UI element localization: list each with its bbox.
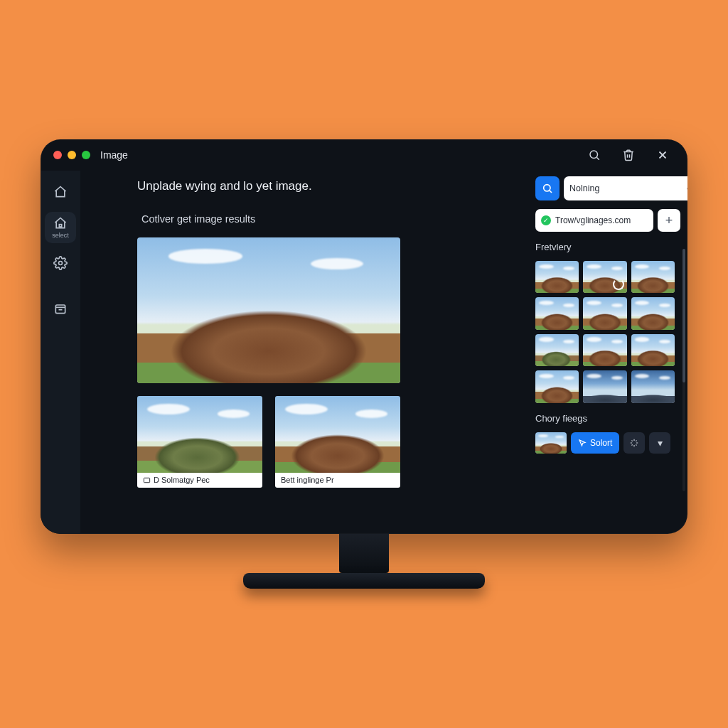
gallery-section-label: Fretvlery bbox=[535, 242, 680, 252]
gallery-tile[interactable] bbox=[631, 370, 675, 402]
result-caption: D Solmatgy Pec bbox=[137, 473, 262, 488]
window-title: Image bbox=[100, 149, 128, 161]
svg-point-5 bbox=[59, 262, 63, 265]
gallery-tile[interactable] bbox=[535, 297, 579, 329]
url-chip[interactable]: ✓ Trow/vglinages.com bbox=[535, 209, 653, 232]
gallery-tile[interactable] bbox=[631, 334, 675, 366]
search-icon bbox=[588, 149, 601, 161]
gallery-tile[interactable] bbox=[631, 261, 675, 293]
url-text: Trow/vglinages.com bbox=[555, 215, 631, 225]
gallery-tile[interactable] bbox=[631, 297, 675, 329]
svg-rect-6 bbox=[55, 305, 65, 314]
select-button[interactable]: Solort bbox=[571, 432, 619, 454]
loading-icon bbox=[613, 279, 624, 290]
home-icon bbox=[53, 185, 68, 199]
svg-line-11 bbox=[550, 191, 552, 193]
panel-search-button[interactable] bbox=[535, 176, 560, 200]
landscape-image bbox=[137, 237, 400, 383]
mic-icon[interactable] bbox=[685, 183, 687, 193]
sidebar: select bbox=[41, 171, 80, 534]
more-button[interactable]: ▾ bbox=[649, 432, 670, 454]
chevron-down-icon: ▾ bbox=[658, 437, 663, 449]
gallery-tile[interactable] bbox=[535, 370, 579, 402]
svg-line-1 bbox=[596, 157, 599, 159]
sparkle-icon bbox=[629, 438, 639, 448]
main-content: Unplade wying and lo yet image. Cotlver … bbox=[80, 171, 530, 534]
sidebar-item-select[interactable]: select bbox=[45, 212, 76, 243]
close-icon bbox=[656, 149, 669, 161]
sidebar-item-label: select bbox=[52, 232, 69, 239]
search-field[interactable] bbox=[564, 176, 687, 200]
add-source-button[interactable]: + bbox=[658, 209, 680, 232]
plus-icon: + bbox=[665, 213, 673, 228]
selection-thumbnail[interactable] bbox=[535, 432, 567, 454]
gallery-grid bbox=[535, 261, 680, 403]
svg-rect-4 bbox=[59, 225, 61, 227]
zoom-dot-icon[interactable] bbox=[82, 151, 90, 159]
svg-point-10 bbox=[544, 185, 550, 191]
house-lock-icon bbox=[53, 216, 68, 230]
search-icon bbox=[542, 183, 553, 194]
refresh-button[interactable] bbox=[623, 432, 645, 454]
scrollbar-thumb[interactable] bbox=[682, 249, 685, 382]
search-input[interactable] bbox=[569, 183, 681, 193]
gear-icon bbox=[53, 256, 68, 270]
window-traffic-lights[interactable] bbox=[53, 151, 90, 159]
titlebar-close-button[interactable] bbox=[651, 143, 675, 167]
svg-rect-9 bbox=[144, 478, 149, 482]
panel-scrollbar[interactable] bbox=[682, 249, 685, 491]
hero-image[interactable] bbox=[137, 237, 400, 383]
actions-section-label: Chory fieegs bbox=[535, 413, 680, 424]
page-subheading: Cotlver get image results bbox=[141, 213, 508, 225]
close-dot-icon[interactable] bbox=[53, 151, 62, 159]
minimize-dot-icon[interactable] bbox=[68, 151, 76, 159]
landscape-image bbox=[137, 396, 262, 473]
gallery-tile[interactable] bbox=[583, 261, 626, 293]
sidebar-item-settings[interactable] bbox=[45, 247, 76, 279]
gallery-tile[interactable] bbox=[583, 334, 626, 366]
gallery-tile[interactable] bbox=[535, 334, 579, 366]
result-card[interactable]: D Solmatgy Pec bbox=[137, 396, 262, 488]
page-heading: Unplade wying and lo yet image. bbox=[137, 179, 508, 193]
landscape-image bbox=[275, 396, 400, 473]
titlebar-trash-button[interactable] bbox=[616, 143, 641, 167]
gallery-tile[interactable] bbox=[583, 297, 626, 329]
titlebar-search-button[interactable] bbox=[582, 143, 606, 167]
result-row: D Solmatgy Pec Bett inglinge Pr bbox=[137, 396, 508, 488]
archive-icon bbox=[53, 301, 68, 316]
verified-icon: ✓ bbox=[541, 215, 551, 225]
gallery-tile[interactable] bbox=[583, 370, 626, 402]
side-panel: ✓ Trow/vglinages.com + Fretvlery bbox=[530, 171, 687, 534]
tag-icon bbox=[143, 476, 151, 484]
sidebar-item-home[interactable] bbox=[45, 176, 76, 208]
gallery-tile[interactable] bbox=[535, 261, 579, 293]
result-card[interactable]: Bett inglinge Pr bbox=[275, 396, 400, 488]
svg-point-0 bbox=[590, 151, 598, 159]
trash-icon bbox=[622, 149, 635, 161]
result-caption: Bett inglinge Pr bbox=[275, 473, 400, 488]
sidebar-item-archive[interactable] bbox=[45, 293, 76, 324]
cursor-icon bbox=[578, 439, 587, 447]
